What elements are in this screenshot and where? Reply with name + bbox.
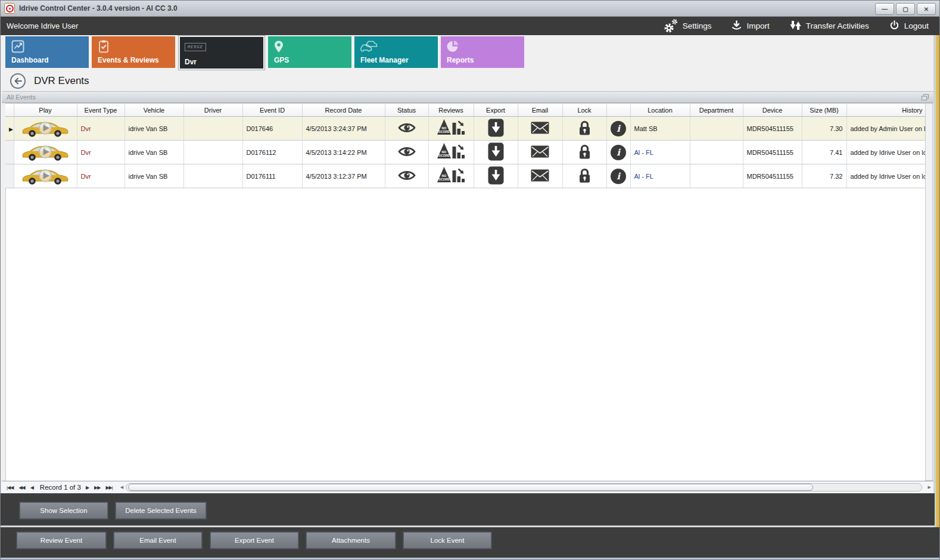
email-cell[interactable] (518, 117, 562, 141)
prev-page-button[interactable]: ◀◀ (18, 485, 24, 490)
transfer-icon (790, 20, 801, 32)
header-history[interactable]: History (846, 104, 925, 117)
header-device[interactable]: Device (743, 104, 802, 117)
header-size[interactable]: Size (MB) (802, 104, 846, 117)
info-cell[interactable]: i (606, 117, 630, 141)
email-cell[interactable] (518, 141, 562, 164)
horizontal-scrollbar-thumb[interactable] (128, 484, 813, 491)
eye-icon (398, 170, 416, 181)
event-type-cell: Dvr (77, 164, 124, 188)
delete-selected-events-button[interactable]: Delete Selected Events (116, 502, 206, 519)
reviews-cell[interactable]: NO SCORE (428, 117, 474, 141)
export-cell[interactable] (474, 164, 518, 188)
table-row[interactable]: Dvr idrive Van SB D0176111 4/5/2013 3:12… (5, 164, 925, 188)
header-driver[interactable]: Driver (183, 104, 242, 117)
prev-record-button[interactable]: ◀ (30, 485, 33, 490)
lock-event-button[interactable]: Lock Event (403, 532, 491, 549)
info-cell[interactable]: i (606, 164, 630, 188)
header-reviews[interactable]: Reviews (428, 104, 474, 117)
hscroll-right-icon[interactable]: ▶ (928, 485, 931, 490)
svg-text:NO: NO (442, 174, 447, 178)
header-play[interactable]: Play (14, 104, 77, 117)
email-event-button[interactable]: Email Event (114, 532, 202, 549)
export-cell[interactable] (474, 141, 518, 164)
line-chart-icon (11, 40, 24, 53)
reviews-cell[interactable]: NO SCORE (428, 141, 474, 164)
group-panel-label: All Events (7, 94, 36, 101)
export-event-button[interactable]: Export Event (210, 532, 298, 549)
row-indicator-cell (5, 141, 14, 164)
attachments-button[interactable]: Attachments (306, 532, 396, 549)
status-cell[interactable] (385, 164, 428, 188)
lock-cell[interactable] (562, 141, 606, 164)
expand-panel-icon[interactable] (922, 94, 929, 101)
maximize-button[interactable]: ▢ (896, 3, 915, 15)
table-row[interactable]: Dvr idrive Van SB D0176112 4/5/2013 3:14… (5, 141, 925, 164)
header-location[interactable]: Location (630, 104, 690, 117)
header-event-id[interactable]: Event ID (242, 104, 302, 117)
settings-button[interactable]: Settings (664, 20, 712, 32)
window-title: Idrive Control Center - 3.0.4 version - … (19, 4, 178, 13)
export-download-icon (488, 166, 504, 185)
review-event-button[interactable]: Review Event (17, 532, 106, 549)
svg-text:SCORE: SCORE (438, 178, 450, 181)
hscroll-left-icon[interactable]: ◀ (120, 485, 123, 490)
selection-bar: Show Selection Delete Selected Events (1, 493, 935, 527)
next-page-button[interactable]: ▶▶ (94, 485, 100, 490)
play-cell[interactable] (14, 141, 77, 164)
department-cell (690, 164, 743, 188)
import-button[interactable]: Import (732, 20, 769, 32)
tile-events-reviews[interactable]: Events & Reviews (92, 36, 175, 68)
next-record-button[interactable]: ▶ (86, 485, 89, 490)
table-row[interactable]: ▶ Dvr idrive Van SB D017646 4/5/2013 3:2… (5, 117, 925, 141)
header-vehicle[interactable]: Vehicle (124, 104, 183, 117)
no-score-reviews-icon: NO SCORE (437, 119, 465, 137)
tile-dashboard-label: Dashboard (11, 56, 49, 64)
record-date-cell: 4/5/2013 3:12:37 PM (302, 164, 385, 188)
tile-gps[interactable]: GPS (268, 36, 351, 68)
back-button[interactable] (10, 73, 26, 89)
history-cell: added by Idrive User on loca (846, 141, 925, 164)
header-export[interactable]: Export (474, 104, 518, 117)
event-action-bar: Review Event Email Event Export Event At… (1, 527, 939, 558)
close-button[interactable]: ✕ (917, 3, 936, 15)
logout-button[interactable]: Logout (889, 20, 929, 32)
email-cell[interactable] (518, 164, 562, 188)
history-cell: added by Admin User on loc (846, 117, 925, 141)
events-table: Play Event Type Vehicle Driver Event ID … (5, 103, 926, 188)
reviews-cell[interactable]: NO SCORE (428, 164, 474, 188)
back-arrow-icon (13, 77, 23, 85)
tile-reports[interactable]: Reports (441, 36, 524, 68)
info-cell[interactable]: i (606, 141, 630, 164)
tile-dvr[interactable]: MERGE Dvr (178, 35, 265, 70)
settings-label: Settings (683, 21, 712, 30)
show-selection-button[interactable]: Show Selection (20, 502, 108, 519)
play-cell[interactable] (14, 117, 77, 141)
status-cell[interactable] (385, 117, 428, 141)
vertical-scrollbar[interactable] (925, 103, 933, 481)
header-record-date[interactable]: Record Date (302, 104, 385, 117)
window-controls: — ▢ ✕ (875, 3, 936, 15)
record-date-cell: 4/5/2013 3:14:22 PM (302, 141, 385, 164)
tile-fleet-manager[interactable]: Fleet Manager (354, 36, 438, 68)
minimize-button[interactable]: — (875, 3, 894, 15)
status-cell[interactable] (385, 141, 428, 164)
lock-cell[interactable] (562, 164, 606, 188)
lock-cell[interactable] (562, 117, 606, 141)
tile-dashboard[interactable]: Dashboard (5, 36, 89, 68)
header-department[interactable]: Department (690, 104, 743, 117)
header-lock[interactable]: Lock (562, 104, 606, 117)
export-cell[interactable] (474, 117, 518, 141)
page-title: DVR Events (34, 75, 89, 87)
first-record-button[interactable]: |◀◀ (7, 485, 13, 490)
header-email[interactable]: Email (518, 104, 562, 117)
last-record-button[interactable]: ▶▶| (105, 485, 112, 490)
transfer-activities-button[interactable]: Transfer Activities (790, 20, 869, 32)
header-info[interactable] (606, 104, 630, 117)
power-icon (889, 20, 899, 32)
header-status[interactable]: Status (385, 104, 428, 117)
play-cell[interactable] (14, 164, 77, 188)
header-event-type[interactable]: Event Type (77, 104, 124, 117)
horizontal-scrollbar[interactable] (126, 483, 922, 491)
lock-icon (578, 144, 592, 160)
